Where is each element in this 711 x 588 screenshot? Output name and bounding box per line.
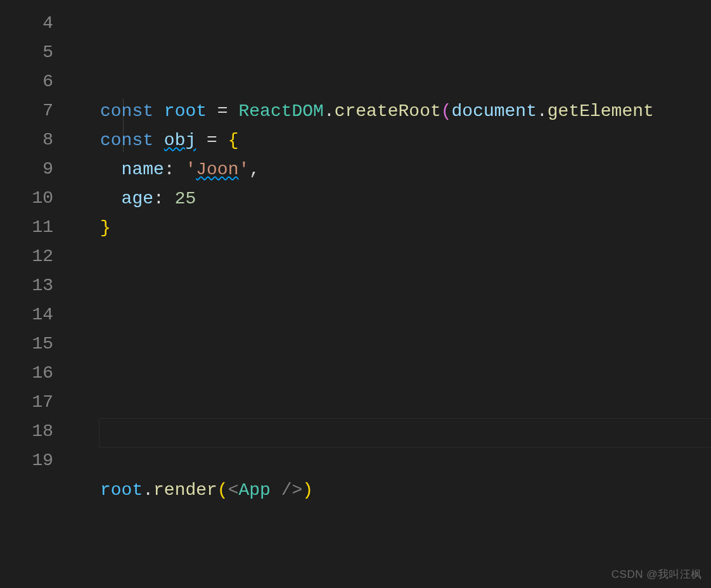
line-number: 11 (0, 213, 75, 242)
line-number: 17 (0, 388, 75, 417)
code-line[interactable] (75, 272, 711, 301)
code-line[interactable] (75, 359, 711, 388)
code-line[interactable] (75, 301, 711, 330)
line-number: 14 (0, 300, 75, 329)
line-number: 10 (0, 184, 75, 213)
code-line[interactable] (75, 330, 711, 359)
code-line[interactable]: const obj = { (75, 126, 711, 155)
line-number: 5 (0, 38, 75, 67)
code-editor[interactable]: 45678910111213141516171819 const root = … (0, 0, 711, 588)
code-line[interactable]: root.render(<App />) (75, 476, 711, 505)
code-line[interactable] (75, 505, 711, 534)
code-line[interactable] (75, 388, 711, 418)
code-line[interactable]: name: 'Joon', (75, 155, 711, 184)
code-line[interactable] (75, 68, 711, 97)
code-line[interactable]: const root = ReactDOM.createRoot(documen… (75, 97, 711, 126)
line-number: 19 (0, 446, 75, 475)
code-line[interactable]: } (75, 214, 711, 243)
code-line[interactable] (75, 243, 711, 272)
code-line[interactable] (75, 418, 711, 447)
line-number: 13 (0, 271, 75, 300)
line-number: 12 (0, 242, 75, 271)
line-number: 4 (0, 9, 75, 38)
line-number: 8 (0, 125, 75, 155)
line-number: 15 (0, 329, 75, 359)
line-number: 18 (0, 417, 75, 446)
line-number-gutter: 45678910111213141516171819 (0, 0, 75, 588)
line-number: 9 (0, 155, 75, 184)
line-number: 7 (0, 96, 75, 125)
line-number: 16 (0, 359, 75, 388)
code-line[interactable] (75, 447, 711, 476)
code-area[interactable]: const root = ReactDOM.createRoot(documen… (75, 0, 711, 588)
code-line[interactable]: age: 25 (75, 184, 711, 214)
line-number: 6 (0, 67, 75, 96)
